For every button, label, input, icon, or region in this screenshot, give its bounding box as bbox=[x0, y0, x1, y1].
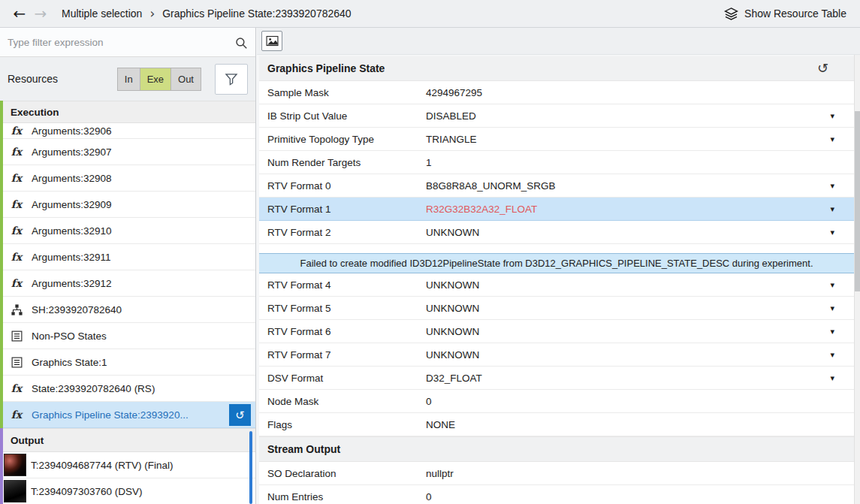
prop-label: RTV Format 6 bbox=[259, 326, 426, 337]
sidebar-item-arguments-32906[interactable]: fx Arguments:32906 bbox=[0, 123, 255, 139]
prop-value-dropdown[interactable]: UNKNOWN bbox=[426, 303, 854, 314]
dropdown-arrow-icon[interactable]: ▾ bbox=[830, 280, 834, 290]
sidebar-item-sh-2393920782640[interactable]: SH:2393920782640 bbox=[0, 297, 255, 323]
filter-toggle-exe[interactable]: Exe bbox=[140, 68, 171, 91]
back-button[interactable]: ← bbox=[9, 6, 30, 21]
prop-value-dropdown[interactable]: UNKNOWN bbox=[426, 227, 854, 238]
prop-label: RTV Format 0 bbox=[259, 180, 426, 192]
filter-toggle-out[interactable]: Out bbox=[170, 68, 201, 91]
breadcrumb-parent[interactable]: Multiple selection bbox=[62, 8, 142, 20]
prop-value-dropdown[interactable]: D32_FLOAT bbox=[426, 373, 854, 384]
prop-row-rtv-format-2: RTV Format 2 UNKNOWN ▾ bbox=[259, 221, 854, 244]
property-grid: Graphics Pipeline State ↺ Sample Mask 42… bbox=[259, 56, 854, 504]
prop-value: nullptr bbox=[426, 468, 854, 479]
dropdown-arrow-icon[interactable]: ▾ bbox=[830, 111, 834, 121]
fx-icon: fx bbox=[6, 172, 27, 184]
prop-row-rtv-format-0: RTV Format 0 B8G8R8A8_UNORM_SRGB ▾ bbox=[259, 174, 854, 198]
dropdown-arrow-icon[interactable]: ▾ bbox=[830, 181, 834, 191]
prop-row-num-render-targets: Num Render Targets 1 bbox=[259, 151, 854, 174]
fx-icon: fx bbox=[6, 277, 27, 289]
filter-funnel-button[interactable] bbox=[215, 64, 248, 95]
list-item-label: SH:2393920782640 bbox=[32, 304, 122, 315]
section-header-stream-output: Stream Output bbox=[259, 436, 854, 462]
list-item-label: Arguments:32908 bbox=[32, 173, 112, 184]
revert-item-button[interactable]: ↺ bbox=[229, 404, 251, 426]
sidebar-item-arguments-32910[interactable]: fx Arguments:32910 bbox=[0, 218, 255, 244]
image-view-button[interactable] bbox=[261, 31, 282, 51]
list-item-label: Graphics State:1 bbox=[32, 357, 107, 368]
sidebar-item-arguments-32911[interactable]: fx Arguments:32911 bbox=[0, 244, 255, 270]
fx-icon: fx bbox=[6, 409, 27, 421]
prop-label: IB Strip Cut Value bbox=[259, 110, 426, 122]
prop-value-dropdown[interactable]: UNKNOWN bbox=[426, 349, 854, 361]
dropdown-arrow-icon[interactable]: ▾ bbox=[830, 303, 834, 313]
output-section: Output T:2394094687744 (RTV) (Final) T:2… bbox=[0, 428, 255, 504]
breadcrumb-current: Graphics Pipeline State:2393920782640 bbox=[162, 8, 351, 20]
sidebar-item-graphics-pipeline-state[interactable]: fx Graphics Pipeline State:2393920... ↺ bbox=[0, 402, 255, 428]
prop-row-flags: Flags NONE bbox=[259, 413, 854, 436]
resources-label: Resources bbox=[8, 73, 58, 85]
fx-icon: fx bbox=[6, 251, 27, 263]
revert-all-button[interactable]: ↺ bbox=[817, 60, 828, 76]
sidebar-scrollbar-thumb[interactable] bbox=[249, 431, 252, 504]
prop-value-dropdown[interactable]: B8G8R8A8_UNORM_SRGB bbox=[426, 180, 854, 192]
prop-value-dropdown[interactable]: UNKNOWN bbox=[426, 279, 854, 291]
filter-input[interactable] bbox=[0, 28, 255, 56]
list-item-label: Arguments:32911 bbox=[32, 252, 111, 263]
fx-icon: fx bbox=[6, 198, 27, 210]
dropdown-arrow-icon[interactable]: ▾ bbox=[830, 350, 834, 360]
prop-label: RTV Format 2 bbox=[259, 227, 426, 238]
prop-row-rtv-format-1: RTV Format 1 R32G32B32A32_FLOAT ▾ bbox=[259, 198, 854, 221]
dropdown-arrow-icon[interactable]: ▾ bbox=[830, 327, 834, 337]
sidebar-item-non-pso-states[interactable]: Non-PSO States bbox=[0, 323, 255, 349]
resource-filter-toggle-group: In Exe Out bbox=[118, 68, 201, 91]
prop-value-dropdown[interactable]: DISABLED bbox=[426, 110, 854, 122]
main-scrollbar[interactable] bbox=[854, 55, 860, 504]
prop-value-dropdown[interactable]: UNKNOWN bbox=[426, 326, 854, 337]
prop-value-dropdown[interactable]: TRIANGLE bbox=[426, 134, 854, 145]
prop-label: DSV Format bbox=[259, 373, 426, 384]
dropdown-arrow-icon[interactable]: ▾ bbox=[830, 373, 834, 383]
prop-row-node-mask: Node Mask 0 bbox=[259, 390, 854, 413]
prop-value: 4294967295 bbox=[426, 87, 854, 98]
section-header-label: Execution bbox=[11, 107, 59, 118]
prop-row-primitive-topology-type: Primitive Topology Type TRIANGLE ▾ bbox=[259, 128, 854, 151]
topbar: ← → Multiple selection › Graphics Pipeli… bbox=[0, 0, 860, 28]
sidebar-item-graphics-state-1[interactable]: Graphics State:1 bbox=[0, 349, 255, 376]
section-header-execution[interactable]: Execution bbox=[0, 101, 255, 123]
resources-sidebar: Resources In Exe Out Execution fx bbox=[0, 28, 256, 504]
forward-button[interactable]: → bbox=[30, 6, 51, 21]
dropdown-arrow-icon[interactable]: ▾ bbox=[830, 228, 834, 237]
list-item-label: Arguments:32906 bbox=[32, 125, 112, 137]
show-resource-table-button[interactable]: Show Resource Table bbox=[720, 4, 851, 24]
sidebar-item-rtv-final[interactable]: T:2394094687744 (RTV) (Final) bbox=[0, 452, 255, 478]
dropdown-arrow-icon[interactable]: ▾ bbox=[830, 134, 834, 144]
sidebar-item-arguments-32907[interactable]: fx Arguments:32907 bbox=[0, 139, 255, 165]
texture-thumbnail bbox=[4, 454, 26, 476]
sidebar-item-dsv[interactable]: T:2394097303760 (DSV) bbox=[0, 478, 255, 504]
main-scrollbar-thumb[interactable] bbox=[855, 111, 860, 291]
sidebar-item-arguments-32909[interactable]: fx Arguments:32909 bbox=[0, 192, 255, 218]
experiment-error-banner: Failed to create modified ID3D12Pipeline… bbox=[259, 253, 854, 273]
prop-row-ib-strip-cut-value: IB Strip Cut Value DISABLED ▾ bbox=[259, 104, 854, 128]
list-item-label: Graphics Pipeline State:2393920... bbox=[32, 409, 189, 421]
section-header-output[interactable]: Output bbox=[0, 428, 255, 452]
sitemap-icon bbox=[6, 303, 27, 316]
prop-label: RTV Format 7 bbox=[259, 349, 426, 361]
sidebar-item-state-rs[interactable]: fx State:2393920782640 (RS) bbox=[0, 376, 255, 402]
dropdown-arrow-icon[interactable]: ▾ bbox=[830, 204, 834, 214]
sidebar-item-arguments-32912[interactable]: fx Arguments:32912 bbox=[0, 270, 255, 297]
prop-value-dropdown-modified[interactable]: R32G32B32A32_FLOAT bbox=[426, 204, 854, 215]
chevron-right-icon: › bbox=[149, 6, 155, 21]
list-item-label: Arguments:32909 bbox=[32, 199, 112, 210]
list-item-label: T:2394094687744 (RTV) (Final) bbox=[31, 460, 174, 471]
sidebar-item-arguments-32908[interactable]: fx Arguments:32908 bbox=[0, 165, 255, 192]
prop-row-rtv-format-4: RTV Format 4 UNKNOWN ▾ bbox=[259, 273, 854, 297]
prop-value: 1 bbox=[426, 157, 854, 168]
list-item-label: State:2393920782640 (RS) bbox=[32, 383, 155, 394]
search-icon[interactable] bbox=[231, 33, 251, 53]
layers-icon bbox=[724, 7, 738, 21]
table-icon bbox=[6, 330, 27, 343]
prop-label: SO Declaration bbox=[259, 468, 426, 479]
filter-toggle-in[interactable]: In bbox=[117, 68, 140, 91]
